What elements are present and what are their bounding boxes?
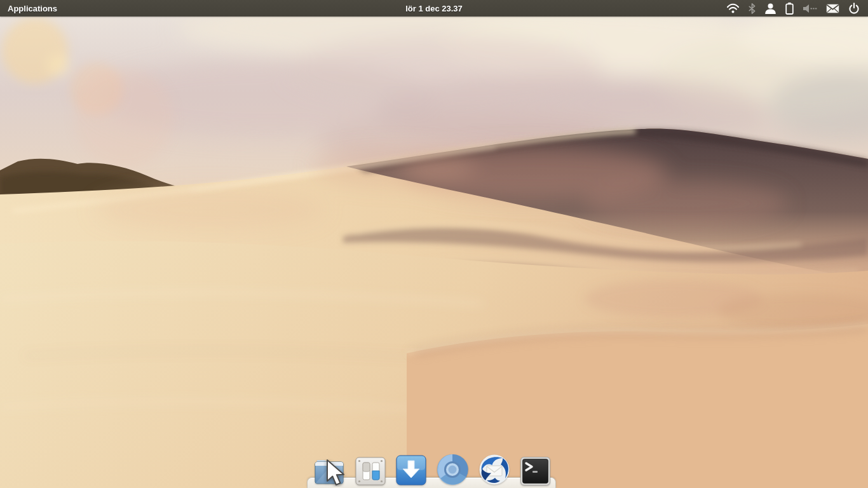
bluetooth-icon — [749, 3, 756, 14]
wifi-indicator[interactable] — [722, 0, 744, 17]
panel-left-section: Applications — [0, 0, 65, 17]
desktop-wallpaper — [0, 0, 868, 488]
top-panel: Applications lör 1 dec 23.37 — [0, 0, 868, 17]
chromium-icon — [437, 454, 468, 485]
system-settings-icon — [355, 457, 386, 485]
dock-item-software-updater[interactable] — [396, 455, 426, 485]
power-icon — [848, 3, 860, 14]
dock — [313, 452, 550, 485]
software-updater-icon — [396, 455, 426, 485]
dock-item-files[interactable] — [313, 456, 345, 485]
volume-indicator[interactable] — [798, 0, 822, 17]
volume-muted-icon — [803, 4, 817, 13]
dock-item-thunderbird[interactable] — [478, 454, 510, 485]
user-accounts-icon — [764, 3, 776, 14]
user-accounts-indicator[interactable] — [760, 0, 781, 17]
system-tray — [722, 0, 864, 17]
thunderbird-icon — [478, 454, 510, 485]
dock-item-system-settings[interactable] — [355, 457, 386, 485]
wifi-icon — [726, 3, 740, 14]
power-indicator[interactable] — [844, 0, 864, 17]
mail-icon — [826, 4, 839, 13]
dock-item-terminal[interactable] — [520, 457, 550, 485]
applications-menu-button[interactable]: Applications — [0, 0, 65, 17]
terminal-icon — [520, 457, 550, 485]
dock-item-chromium[interactable] — [437, 454, 468, 485]
battery-icon — [785, 3, 794, 15]
battery-indicator[interactable] — [781, 0, 798, 17]
wallpaper-art — [0, 0, 868, 488]
bluetooth-indicator[interactable] — [744, 0, 760, 17]
mail-indicator[interactable] — [822, 0, 844, 17]
files-icon — [313, 456, 345, 485]
